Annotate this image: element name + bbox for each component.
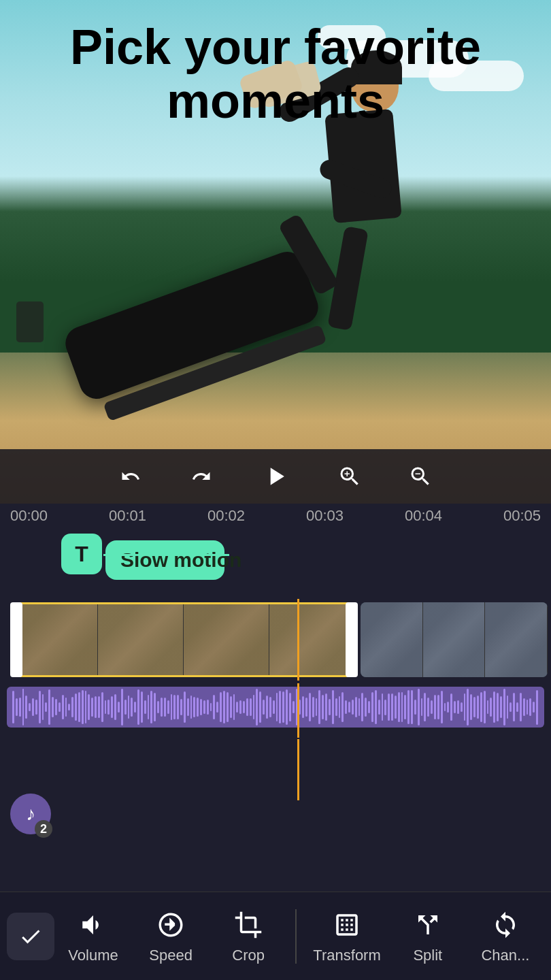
playhead-clips (297, 599, 299, 681)
playhead-audio (297, 683, 299, 738)
text-track: T Slow motion (0, 528, 551, 596)
slow-motion-bubble[interactable]: Slow motion (105, 540, 224, 580)
speed-label: Speed (149, 947, 193, 964)
clip-thumb-2 (98, 604, 184, 675)
speed-icon (154, 909, 187, 941)
clip-handle-left[interactable] (10, 602, 22, 677)
undo-button[interactable] (116, 461, 146, 491)
selected-clip[interactable] (10, 602, 357, 677)
time-ruler: 00:00 00:01 00:02 00:03 00:04 00:05 (0, 504, 551, 528)
text-tag-button[interactable]: T (61, 534, 102, 574)
audio-waveform[interactable] (7, 687, 544, 728)
change-svg (491, 911, 520, 939)
video-preview: Pick your favorite moments (0, 0, 551, 504)
volume-label: Volume (68, 947, 118, 964)
clip-thumb-3 (184, 604, 269, 675)
bottom-toolbar: Volume Speed Crop (0, 892, 551, 980)
split-svg (414, 911, 442, 939)
time-2: 00:02 (207, 507, 245, 525)
time-3: 00:03 (306, 507, 344, 525)
main-title: Pick your favorite moments (27, 20, 524, 128)
zoom-in-button[interactable] (335, 461, 365, 491)
toolbar-item-crop[interactable]: Crop (218, 909, 279, 964)
redo-icon (191, 466, 212, 487)
speed-svg (156, 911, 185, 939)
audio-track (0, 683, 551, 738)
transform-svg (333, 911, 361, 939)
crop-svg (234, 911, 263, 939)
time-5: 00:05 (503, 507, 541, 525)
volume-svg (79, 911, 107, 939)
toolbar-item-change[interactable]: Chan... (475, 909, 536, 964)
toolbar-item-transform[interactable]: Transform (313, 909, 380, 964)
toolbar-item-split[interactable]: Split (397, 909, 458, 964)
video-controls-bar (0, 449, 551, 504)
crop-label: Crop (232, 947, 265, 964)
play-icon (261, 461, 290, 491)
split-label: Split (413, 947, 442, 964)
change-label: Chan... (481, 947, 529, 964)
transform-label: Transform (313, 947, 380, 964)
background-skater (16, 301, 44, 342)
ruler-marks: 00:00 00:01 00:02 00:03 00:04 00:05 (10, 507, 541, 525)
music-note-icon: ♪ (26, 803, 35, 825)
clips-track (0, 599, 551, 681)
title-overlay: Pick your favorite moments (0, 20, 551, 128)
time-4: 00:04 (405, 507, 442, 525)
change-icon (489, 909, 522, 941)
play-button[interactable] (257, 458, 294, 495)
timeline-area: 00:00 00:01 00:02 00:03 00:04 00:05 T Sl… (0, 504, 551, 892)
toolbar-divider (295, 909, 297, 964)
text-track-line (103, 554, 229, 556)
clip-thumb-1 (12, 604, 98, 675)
back-button[interactable] (7, 913, 54, 960)
time-1: 00:01 (109, 507, 146, 525)
check-icon (18, 924, 43, 949)
clip-thumb-4 (269, 604, 355, 675)
zoom-out-button[interactable] (405, 461, 435, 491)
music-track-count: 2 (35, 820, 52, 838)
split-icon (412, 909, 444, 941)
transform-icon (331, 909, 363, 941)
music-row: ♪ 2 (0, 739, 551, 800)
zoom-in-icon (337, 464, 362, 489)
zoom-out-icon (408, 464, 433, 489)
clip-handle-right[interactable] (346, 602, 358, 677)
toolbar-item-volume[interactable]: Volume (63, 909, 124, 964)
redo-button[interactable] (186, 461, 216, 491)
unselected-clip[interactable] (361, 602, 548, 677)
undo-icon (120, 466, 141, 487)
toolbar-items: Volume Speed Crop (54, 909, 544, 964)
clip-thumb-5 (361, 602, 423, 677)
clip-thumb-7 (485, 602, 548, 677)
clip-thumb-6 (423, 602, 486, 677)
crop-icon (232, 909, 265, 941)
playhead-music (297, 739, 299, 800)
music-badge[interactable]: ♪ 2 (10, 794, 51, 834)
time-0: 00:00 (10, 507, 48, 525)
waveform-bars (7, 687, 544, 728)
volume-icon (77, 909, 110, 941)
toolbar-item-speed[interactable]: Speed (140, 909, 201, 964)
